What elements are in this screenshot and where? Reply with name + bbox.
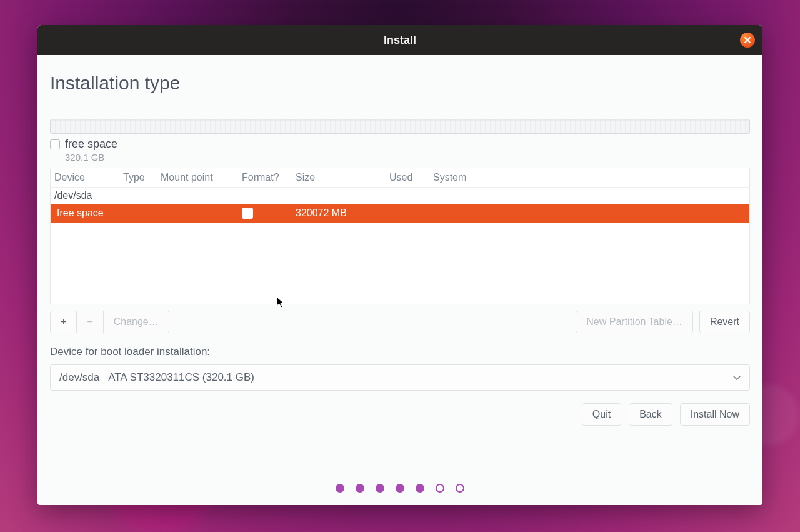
content-area: Installation type free space 320.1 GB De…: [38, 55, 762, 505]
partition-table: Device Type Mount point Format? Size Use…: [50, 168, 750, 304]
progress-dot: [456, 484, 464, 493]
disk-row[interactable]: /dev/sda: [51, 188, 749, 204]
install-now-button[interactable]: Install Now: [680, 403, 750, 426]
col-used: Used: [389, 172, 433, 183]
revert-button[interactable]: Revert: [699, 311, 750, 333]
boot-loader-device-select[interactable]: /dev/sda ATA ST3320311CS (320.1 GB): [50, 364, 750, 391]
col-size: Size: [296, 172, 389, 183]
boot-device-path: /dev/sda: [59, 371, 99, 384]
new-partition-table-button[interactable]: New Partition Table…: [576, 311, 693, 333]
add-partition-button[interactable]: +: [50, 311, 77, 333]
installer-window: Install Installation type free space 320…: [38, 25, 762, 505]
progress-dots: [50, 468, 750, 498]
remove-partition-button[interactable]: −: [77, 311, 103, 333]
window-close-button[interactable]: [740, 33, 755, 48]
partition-usage-bar[interactable]: [50, 119, 750, 134]
partition-row[interactable]: free space 320072 MB: [51, 204, 749, 223]
row-format-checkbox[interactable]: [242, 208, 253, 219]
change-partition-button[interactable]: Change…: [104, 311, 169, 333]
progress-dot: [436, 484, 444, 493]
partition-table-header: Device Type Mount point Format? Size Use…: [51, 168, 749, 188]
disk-name: /dev/sda: [54, 190, 92, 201]
legend-label: free space: [65, 138, 118, 151]
progress-dot: [376, 484, 384, 493]
chevron-down-icon: [733, 371, 741, 384]
boot-device-desc: ATA ST3320311CS (320.1 GB): [108, 371, 254, 384]
row-device: free space: [54, 208, 123, 219]
window-title: Install: [384, 34, 416, 47]
partition-legend: free space: [50, 138, 750, 151]
wizard-nav: Quit Back Install Now: [50, 403, 750, 426]
titlebar: Install: [38, 25, 762, 55]
row-size: 320072 MB: [296, 208, 389, 219]
back-button[interactable]: Back: [629, 403, 672, 426]
boot-loader-label: Device for boot loader installation:: [50, 346, 750, 358]
partition-toolbar: + − Change… New Partition Table… Revert: [50, 311, 750, 333]
progress-dot: [356, 484, 364, 493]
col-format: Format?: [242, 172, 296, 183]
progress-dot: [336, 484, 344, 493]
page-title: Installation type: [50, 73, 750, 94]
legend-swatch-icon: [50, 139, 60, 149]
legend-size: 320.1 GB: [65, 152, 750, 163]
progress-dot: [416, 484, 424, 493]
close-icon: [744, 34, 751, 47]
quit-button[interactable]: Quit: [582, 403, 621, 426]
partition-edit-group: + − Change…: [50, 311, 169, 333]
boot-loader-section: Device for boot loader installation: /de…: [50, 346, 750, 391]
col-system: System: [433, 172, 746, 183]
progress-dot: [396, 484, 404, 493]
partition-table-empty-area: [51, 223, 749, 304]
col-mount: Mount point: [161, 172, 242, 183]
col-type: Type: [123, 172, 161, 183]
col-device: Device: [54, 172, 123, 183]
